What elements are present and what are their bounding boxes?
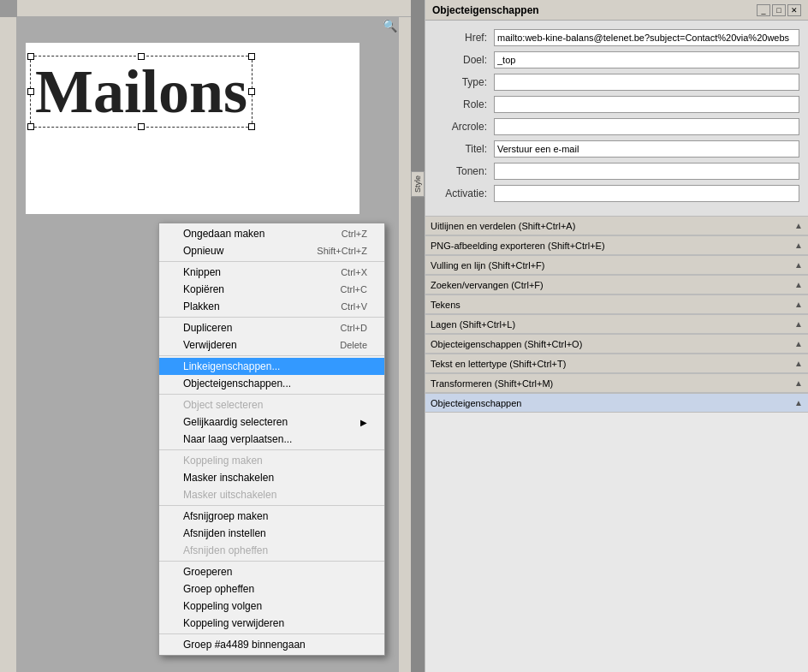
- menu-item-label: Afsnijden opheffen: [183, 544, 268, 556]
- menu-item-paste[interactable]: PlakkenCtrl+V: [159, 298, 384, 315]
- panel-sections: Uitlijnen en verdelen (Shift+Ctrl+A)▲PNG…: [425, 216, 808, 672]
- menu-item-duplicate[interactable]: DuplicerenCtrl+D: [159, 319, 384, 336]
- menu-item-label: Ongedaan maken: [183, 228, 264, 240]
- panel-section-objecteigen2: Objecteigenschappen▲: [425, 393, 808, 413]
- menu-item-label: Verwijderen: [183, 339, 237, 351]
- menu-item-label: Naar laag verplaatsen...: [183, 433, 292, 445]
- menu-item-shortcut: Ctrl+X: [341, 267, 367, 277]
- titlebar-buttons: _ □ ✕: [757, 4, 801, 16]
- menu-separator: [159, 394, 384, 395]
- properties-fields: Href: Doel: Type: Role: Arcrole: Titel: …: [425, 21, 808, 216]
- menu-item-masker-uit: Masker uitschakelen: [159, 486, 384, 503]
- menu-item-label: Koppeling volgen: [183, 600, 262, 612]
- section-header-teksten[interactable]: Tekst en lettertype (Shift+Ctrl+T)▲: [425, 354, 808, 373]
- section-header-lagen[interactable]: Lagen (Shift+Ctrl+L)▲: [425, 315, 808, 334]
- doel-label: Doel:: [434, 54, 494, 66]
- menu-item-label: Afsnijgroep maken: [183, 510, 268, 522]
- panel-section-png: PNG-afbeelding exporteren (Shift+Ctrl+E)…: [425, 235, 808, 255]
- section-title-tekens: Tekens: [431, 300, 460, 310]
- close-button[interactable]: ✕: [787, 4, 801, 16]
- section-header-zoeken[interactable]: Zoeken/vervangen (Ctrl+F)▲: [425, 276, 808, 294]
- href-row: Href:: [434, 29, 799, 46]
- minimize-button[interactable]: _: [757, 4, 770, 16]
- menu-separator: [159, 261, 384, 262]
- menu-item-koppeling-maken: Koppeling maken: [159, 452, 384, 469]
- scrollbar-vertical[interactable]: [398, 17, 411, 672]
- arcrole-input[interactable]: [494, 118, 799, 135]
- section-title-lagen: Lagen (Shift+Ctrl+L): [431, 319, 515, 330]
- text-object: Mailons: [30, 56, 253, 128]
- menu-item-delete[interactable]: VerwijderenDelete: [159, 336, 384, 354]
- section-header-png[interactable]: PNG-afbeelding exporteren (Shift+Ctrl+E)…: [425, 236, 808, 255]
- menu-item-shortcut: Ctrl+C: [341, 284, 367, 294]
- section-header-objecteigen[interactable]: Objecteigenschappen (Shift+Ctrl+O)▲: [425, 335, 808, 354]
- zoom-icon[interactable]: 🔍: [383, 19, 397, 33]
- menu-item-label: Groep opheffen: [183, 583, 254, 595]
- canvas-text: Mailons: [35, 61, 247, 122]
- menu-item-cut[interactable]: KnippenCtrl+X: [159, 264, 384, 281]
- panel-titlebar: Objecteigenschappen _ □ ✕: [425, 0, 808, 21]
- section-header-transformeren[interactable]: Transformeren (Shift+Ctrl+M)▲: [425, 374, 808, 393]
- menu-item-groeperen[interactable]: Groeperen: [159, 563, 384, 580]
- menu-item-redo[interactable]: OpnieuwShift+Ctrl+Z: [159, 242, 384, 259]
- menu-item-masker-in[interactable]: Masker inschakelen: [159, 469, 384, 486]
- activatie-row: Activatie:: [434, 185, 799, 202]
- section-header-tekens[interactable]: Tekens▲: [425, 295, 808, 314]
- section-collapse-icon: ▲: [794, 300, 803, 309]
- menu-item-koppeling-volgen[interactable]: Koppeling volgen: [159, 598, 384, 615]
- activatie-input[interactable]: [494, 185, 799, 202]
- section-collapse-icon: ▲: [794, 339, 803, 348]
- menu-item-label: Groeperen: [183, 566, 232, 578]
- role-label: Role:: [434, 98, 494, 110]
- menu-item-label: Groep #a4489 binnengaan: [183, 639, 306, 651]
- menu-item-select-similar[interactable]: Gelijkaardig selecteren▶: [159, 413, 384, 431]
- type-input[interactable]: [494, 74, 799, 91]
- panel-section-uitlijnen: Uitlijnen en verdelen (Shift+Ctrl+A)▲: [425, 216, 808, 235]
- menu-item-link-props[interactable]: Linkeigenschappen...: [159, 358, 384, 375]
- menu-item-afsnij-instellen[interactable]: Afsnijden instellen: [159, 525, 384, 542]
- panel-section-lagen: Lagen (Shift+Ctrl+L)▲: [425, 314, 808, 334]
- section-collapse-icon: ▲: [794, 260, 803, 270]
- menu-item-koppeling-verwijderen[interactable]: Koppeling verwijderen: [159, 615, 384, 632]
- menu-item-label: Opnieuw: [183, 245, 223, 257]
- menu-item-groep-binnengaan[interactable]: Groep #a4489 binnengaan: [159, 636, 384, 653]
- menu-separator: [159, 561, 384, 562]
- panel-section-vulling: Vulling en lijn (Shift+Ctrl+F)▲: [425, 255, 808, 275]
- menu-item-label: Afsnijden instellen: [183, 527, 266, 539]
- panel-section-tekens: Tekens▲: [425, 294, 808, 314]
- role-input[interactable]: [494, 96, 799, 113]
- type-row: Type:: [434, 74, 799, 91]
- menu-item-label: Masker inschakelen: [183, 472, 274, 484]
- menu-item-copy[interactable]: KopiërenCtrl+C: [159, 281, 384, 298]
- panel-title: Objecteigenschappen: [432, 4, 539, 16]
- section-header-vulling[interactable]: Vulling en lijn (Shift+Ctrl+F)▲: [425, 256, 808, 275]
- menu-item-label: Knippen: [183, 266, 221, 278]
- href-input[interactable]: [494, 29, 799, 46]
- menu-item-shortcut: Ctrl+V: [341, 301, 367, 312]
- menu-item-label: Dupliceren: [183, 322, 232, 334]
- tonen-input[interactable]: [494, 163, 799, 180]
- titel-input[interactable]: [494, 140, 799, 158]
- section-title-objecteigen2: Objecteigenschappen: [431, 398, 521, 408]
- maximize-button[interactable]: □: [772, 4, 786, 16]
- menu-item-label: Linkeigenschappen...: [183, 360, 280, 372]
- section-header-uitlijnen[interactable]: Uitlijnen en verdelen (Shift+Ctrl+A)▲: [425, 217, 808, 235]
- menu-item-move-to-layer[interactable]: Naar laag verplaatsen...: [159, 431, 384, 448]
- menu-separator: [159, 317, 384, 318]
- titel-row: Titel:: [434, 140, 799, 158]
- section-collapse-icon: ▲: [794, 359, 803, 368]
- context-menu: Ongedaan makenCtrl+ZOpnieuwShift+Ctrl+ZK…: [158, 223, 385, 656]
- menu-item-obj-props[interactable]: Objecteigenschappen...: [159, 375, 384, 392]
- panel-section-teksten: Tekst en lettertype (Shift+Ctrl+T)▲: [425, 354, 808, 373]
- doel-input[interactable]: [494, 51, 799, 68]
- side-panel-tab[interactable]: Style: [411, 171, 425, 197]
- menu-item-afsnij-maken[interactable]: Afsnijgroep maken: [159, 508, 384, 525]
- type-label: Type:: [434, 76, 494, 88]
- section-collapse-icon: ▲: [794, 221, 803, 230]
- arcrole-label: Arcrole:: [434, 121, 494, 133]
- menu-item-groep-opheffen[interactable]: Groep opheffen: [159, 580, 384, 598]
- menu-item-undo[interactable]: Ongedaan makenCtrl+Z: [159, 225, 384, 242]
- section-header-objecteigen2[interactable]: Objecteigenschappen▲: [425, 394, 808, 413]
- section-title-png: PNG-afbeelding exporteren (Shift+Ctrl+E): [431, 241, 605, 251]
- role-row: Role:: [434, 96, 799, 113]
